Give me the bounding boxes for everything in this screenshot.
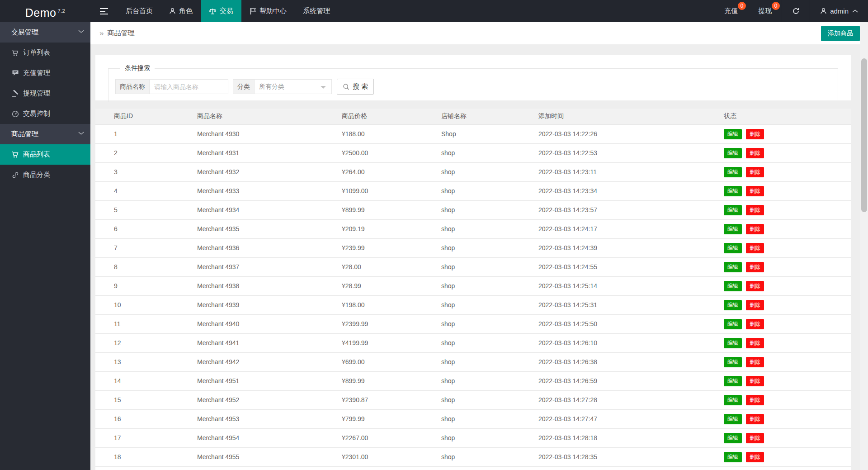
caret-down-icon bbox=[321, 86, 326, 89]
product-id-cell: 7 bbox=[95, 238, 190, 257]
sidebar-item-order-list[interactable]: 订单列表 bbox=[0, 43, 90, 63]
column-header: 商品价格 bbox=[335, 109, 434, 124]
sidebar-group-trade-management[interactable]: 交易管理 bbox=[0, 22, 90, 43]
top-navbar: Demo7.2 后台首页角色交易帮助中心系统管理 充值 0 提现 0 admin bbox=[0, 0, 868, 22]
user-menu[interactable]: admin bbox=[810, 0, 868, 22]
delete-button[interactable]: 删除 bbox=[746, 338, 764, 348]
edit-button[interactable]: 编辑 bbox=[724, 300, 742, 310]
table-row: 16Merchant 4953¥799.99shop2022-03-03 14:… bbox=[95, 409, 851, 428]
edit-button[interactable]: 编辑 bbox=[724, 395, 742, 405]
edit-button[interactable]: 编辑 bbox=[724, 357, 742, 367]
product-name-input[interactable] bbox=[149, 79, 228, 94]
delete-button[interactable]: 删除 bbox=[746, 148, 764, 158]
table-row: 4Merchant 4933¥1099.00shop2022-03-03 14:… bbox=[95, 181, 851, 200]
sidebar-item-label: 订单列表 bbox=[23, 48, 50, 57]
add-product-button[interactable]: 添加商品 bbox=[821, 26, 860, 41]
product-name-cell: Merchant 4942 bbox=[190, 352, 335, 371]
column-header: 商品ID bbox=[95, 109, 190, 124]
edit-button[interactable]: 编辑 bbox=[724, 433, 742, 443]
edit-button[interactable]: 编辑 bbox=[724, 338, 742, 348]
delete-button[interactable]: 删除 bbox=[746, 186, 764, 196]
delete-button[interactable]: 删除 bbox=[746, 300, 764, 310]
delete-button[interactable]: 删除 bbox=[746, 452, 764, 462]
edit-button[interactable]: 编辑 bbox=[724, 167, 742, 177]
app-logo: Demo7.2 bbox=[0, 0, 90, 22]
shop-name-cell: shop bbox=[434, 238, 532, 257]
delete-button[interactable]: 删除 bbox=[746, 414, 764, 424]
sidebar-item-recharge-management[interactable]: 充值管理 bbox=[0, 63, 90, 83]
product-name-cell: Merchant 4930 bbox=[190, 124, 335, 143]
edit-button[interactable]: 编辑 bbox=[724, 224, 742, 234]
delete-button[interactable]: 删除 bbox=[746, 395, 764, 405]
nav-item-home[interactable]: 后台首页 bbox=[118, 0, 161, 22]
delete-button[interactable]: 删除 bbox=[746, 376, 764, 386]
table-row: 8Merchant 4937¥28.00shop2022-03-03 14:24… bbox=[95, 257, 851, 276]
cart-icon bbox=[11, 151, 19, 158]
product-price-cell: ¥2267.00 bbox=[335, 428, 434, 447]
nav-item-system[interactable]: 系统管理 bbox=[295, 0, 338, 22]
product-id-cell: 5 bbox=[95, 200, 190, 219]
edit-button[interactable]: 编辑 bbox=[724, 243, 742, 253]
delete-button[interactable]: 删除 bbox=[746, 319, 764, 329]
page-scrollbar[interactable] bbox=[860, 22, 868, 470]
actions-cell: 编辑删除 bbox=[717, 428, 851, 447]
sidebar-item-product-category[interactable]: 商品分类 bbox=[0, 165, 90, 185]
edit-button[interactable]: 编辑 bbox=[724, 129, 742, 139]
table-row: 14Merchant 4951¥899.99shop2022-03-03 14:… bbox=[95, 371, 851, 390]
edit-button[interactable]: 编辑 bbox=[724, 452, 742, 462]
delete-button[interactable]: 删除 bbox=[746, 262, 764, 272]
delete-button[interactable]: 删除 bbox=[746, 224, 764, 234]
delete-button[interactable]: 删除 bbox=[746, 243, 764, 253]
edit-button[interactable]: 编辑 bbox=[724, 205, 742, 215]
edit-button[interactable]: 编辑 bbox=[724, 281, 742, 291]
recharge-label: 充值 bbox=[724, 7, 738, 15]
nav-item-trade[interactable]: 交易 bbox=[201, 0, 241, 22]
table-row: 12Merchant 4941¥4199.99shop2022-03-03 14… bbox=[95, 333, 851, 352]
edit-button[interactable]: 编辑 bbox=[724, 262, 742, 272]
product-price-cell: ¥2301.00 bbox=[335, 447, 434, 466]
nav-item-roles[interactable]: 角色 bbox=[161, 0, 201, 22]
added-time-cell: 2022-03-03 14:24:55 bbox=[532, 257, 717, 276]
product-id-cell: 14 bbox=[95, 371, 190, 390]
sidebar-group-product-management[interactable]: 商品管理 bbox=[0, 124, 90, 144]
actions-cell: 编辑删除 bbox=[717, 238, 851, 257]
delete-button[interactable]: 删除 bbox=[746, 433, 764, 443]
actions-cell: 编辑删除 bbox=[717, 200, 851, 219]
scrollbar-thumb[interactable] bbox=[861, 58, 867, 212]
category-select[interactable]: 所有分类 bbox=[254, 79, 332, 94]
table-row: 3Merchant 4932¥264.00shop2022-03-03 14:2… bbox=[95, 162, 851, 181]
sidebar-item-withdraw-management[interactable]: 提现管理 bbox=[0, 83, 90, 104]
table-row: 6Merchant 4935¥209.19shop2022-03-03 14:2… bbox=[95, 219, 851, 238]
shop-name-cell: shop bbox=[434, 257, 532, 276]
delete-button[interactable]: 删除 bbox=[746, 281, 764, 291]
edit-button[interactable]: 编辑 bbox=[724, 319, 742, 329]
sidebar-item-label: 商品列表 bbox=[23, 150, 50, 159]
sidebar-item-trade-control[interactable]: 交易控制 bbox=[0, 104, 90, 124]
edit-button[interactable]: 编辑 bbox=[724, 186, 742, 196]
product-name-cell: Merchant 4951 bbox=[190, 371, 335, 390]
column-header: 状态 bbox=[717, 109, 851, 124]
edit-button[interactable]: 编辑 bbox=[724, 148, 742, 158]
added-time-cell: 2022-03-03 14:24:17 bbox=[532, 219, 717, 238]
nav-item-help[interactable]: 帮助中心 bbox=[241, 0, 295, 22]
edit-button[interactable]: 编辑 bbox=[724, 376, 742, 386]
product-name-cell: Merchant 4931 bbox=[190, 143, 335, 162]
actions-cell: 编辑删除 bbox=[717, 295, 851, 314]
search-button[interactable]: 搜 索 bbox=[337, 79, 374, 95]
edit-button[interactable]: 编辑 bbox=[724, 414, 742, 424]
column-header: 添加时间 bbox=[532, 109, 717, 124]
delete-button[interactable]: 删除 bbox=[746, 205, 764, 215]
shop-name-cell: shop bbox=[434, 428, 532, 447]
delete-button[interactable]: 删除 bbox=[746, 129, 764, 139]
shop-name-cell: shop bbox=[434, 162, 532, 181]
delete-button[interactable]: 删除 bbox=[746, 357, 764, 367]
refresh-button[interactable] bbox=[782, 0, 810, 22]
delete-button[interactable]: 删除 bbox=[746, 167, 764, 177]
recharge-nav-item[interactable]: 充值 0 bbox=[714, 0, 748, 22]
shop-name-cell: shop bbox=[434, 333, 532, 352]
sidebar-toggle-icon[interactable] bbox=[90, 0, 118, 22]
sidebar-item-product-list[interactable]: 商品列表 bbox=[0, 144, 90, 165]
sidebar-item-label: 充值管理 bbox=[23, 69, 50, 77]
actions-cell: 编辑删除 bbox=[717, 352, 851, 371]
withdraw-nav-item[interactable]: 提现 0 bbox=[748, 0, 782, 22]
